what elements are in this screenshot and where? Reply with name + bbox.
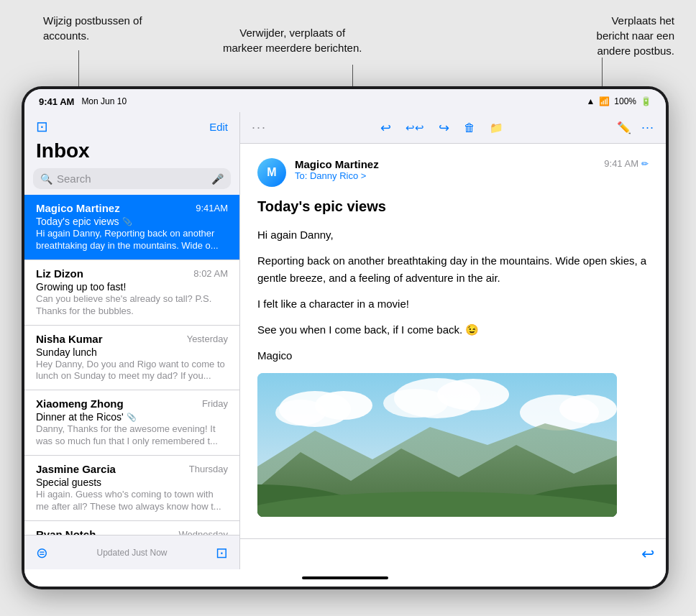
svg-point-8 [559,395,617,423]
battery-status: 100% [614,96,636,106]
email-inline-image [257,373,617,517]
forward-button[interactable]: ↪ [439,120,449,136]
mail-item[interactable]: Ryan Notch Wednesday Out of town Howdy, … [24,521,239,535]
annotation-3: Verplaats het bericht naar een andere po… [597,13,674,58]
move-button[interactable]: 📁 [490,121,503,134]
status-bar: 9:41 AM Mon Jun 10 ▲ 📶 100% 🔋 [24,89,666,112]
attachment-icon: 📎 [127,413,137,422]
mail-subject: Growing up too fast! [36,281,228,293]
updated-text: Updated Just Now [96,548,167,558]
attachment-icon: 📎 [122,217,132,226]
reply-button[interactable]: ↩ [380,120,391,136]
signal-icon: ▲ [586,96,595,106]
email-time: 9:41 AM [604,158,638,169]
email-body-para-5: Magico [257,347,649,364]
email-from: Magico Martinez [295,158,595,170]
email-body-para-4: See you when I come back, if I come back… [257,321,649,339]
filter-icon[interactable]: ⊜ [36,544,48,561]
search-icon: 🔍 [40,173,52,185]
toolbar-right: ✏️ ··· [617,120,654,135]
mail-time: Friday [202,398,228,409]
mail-time: Thursday [189,464,228,474]
home-bar [302,576,388,579]
edit-button[interactable]: Edit [209,121,228,133]
mail-sender: Jasmine Garcia [36,463,116,475]
compose-button[interactable]: ✏️ [617,121,631,134]
annotation-2: Verwijder, verplaats of markeer meerdere… [223,25,362,55]
email-body-para-3: I felt like a character in a movie! [257,295,649,313]
search-bar[interactable]: 🔍 Search 🎤 [33,168,231,189]
more-options-button[interactable]: ··· [641,120,654,135]
mail-list-panel: ⊡ Edit Inbox 🔍 Search 🎤 [24,112,240,569]
mail-item[interactable]: Nisha Kumar Yesterday Sunday lunch Hey D… [24,326,239,391]
mail-sender: Ryan Notch [36,528,96,535]
svg-point-3 [275,400,326,426]
inbox-header: Inbox [24,138,239,168]
mail-preview: Hi again. Guess who's coming to town wit… [36,489,228,513]
microphone-icon[interactable]: 🎤 [211,173,224,185]
compose-icon[interactable]: ⊡ [216,544,228,561]
detail-toolbar: ··· ↩ ↩↩ ↪ 🗑 📁 ✏️ ··· [240,112,666,144]
mail-sender: Xiaomeng Zhong [36,397,124,410]
mail-time: 8:02 AM [193,268,228,279]
more-dots: ··· [252,120,267,135]
mail-sender: Liz Dizon [36,267,83,280]
annotation-1: Wijzig postbussen of accounts. [43,13,142,43]
mail-subject: Sunday lunch [36,346,228,358]
email-detail-panel: ··· ↩ ↩↩ ↪ 🗑 📁 ✏️ ··· [240,112,666,569]
mail-preview: Hi again Danny, Reporting back on anothe… [36,228,228,252]
mail-item[interactable]: Xiaomeng Zhong Friday Dinner at the Rico… [24,390,239,456]
reply-button-bottom[interactable]: ↩ [641,545,654,564]
delete-button[interactable]: 🗑 [464,121,475,134]
detail-bottom-bar: ↩ [240,538,666,569]
mail-time: Wednesday [179,529,228,535]
battery-icon: 🔋 [641,96,651,106]
svg-point-6 [383,389,448,418]
mail-preview: Danny, Thanks for the awesome evening! I… [36,423,228,448]
svg-point-5 [437,379,509,410]
search-input[interactable]: Search [57,173,207,185]
status-date: Mon Jun 10 [81,96,127,106]
mail-preview: Can you believe she's already so tall? P… [36,293,228,318]
email-time-section: 9:41 AM ✏ [604,158,649,169]
email-subject: Today's epic views [257,198,649,215]
main-content: ⊡ Edit Inbox 🔍 Search 🎤 [24,112,666,569]
email-body-para-1: Hi again Danny, [257,226,649,244]
email-header-row: M Magico Martinez To: Danny Rico > 9:41 … [257,158,649,187]
home-indicator [24,569,666,587]
mail-subject: Dinner at the Ricos' 📎 [36,411,228,423]
mail-sender: Magico Martinez [36,202,120,214]
edit-pencil-icon[interactable]: ✏ [641,159,649,169]
status-right: ▲ 📶 100% 🔋 [586,96,651,106]
avatar: M [257,158,286,187]
mail-time: Yesterday [187,334,228,344]
wifi-icon: 📶 [599,96,610,106]
ipad-screen: 9:41 AM Mon Jun 10 ▲ 📶 100% 🔋 ⊡ Edit [24,89,666,587]
email-content: M Magico Martinez To: Danny Rico > 9:41 … [240,144,666,538]
mail-sender: Nisha Kumar [36,333,103,345]
mail-item[interactable]: Liz Dizon 8:02 AM Growing up too fast! C… [24,260,239,326]
mail-subject: Special guests [36,477,228,488]
mail-subject: Today's epic views 📎 [36,216,228,227]
email-to[interactable]: To: Danny Rico > [295,170,595,181]
email-meta: Magico Martinez To: Danny Rico > [295,158,595,181]
mail-item[interactable]: Magico Martinez 9:41AM Today's epic view… [24,195,239,260]
email-body: Hi again Danny, Reporting back on anothe… [257,226,649,364]
mail-item[interactable]: Jasmine Garcia Thursday Special guests H… [24,456,239,521]
email-body-para-2: Reporting back on another breathtaking d… [257,252,649,287]
mail-preview: Hey Danny, Do you and Rigo want to come … [36,359,228,383]
toolbar-left: ··· [252,120,267,135]
sidebar-toggle-button[interactable]: ⊡ [36,118,48,135]
reply-all-button[interactable]: ↩↩ [406,121,424,134]
mail-time: 9:41AM [196,203,228,213]
ipad-frame: 9:41 AM Mon Jun 10 ▲ 📶 100% 🔋 ⊡ Edit [22,86,669,589]
mail-items-list: Magico Martinez 9:41AM Today's epic view… [24,195,239,535]
mail-list-bottom-bar: ⊜ Updated Just Now ⊡ [24,535,239,569]
inbox-title: Inbox [36,139,228,162]
status-time: 9:41 AM [39,96,74,107]
mail-list-toolbar: ⊡ Edit [24,112,239,138]
